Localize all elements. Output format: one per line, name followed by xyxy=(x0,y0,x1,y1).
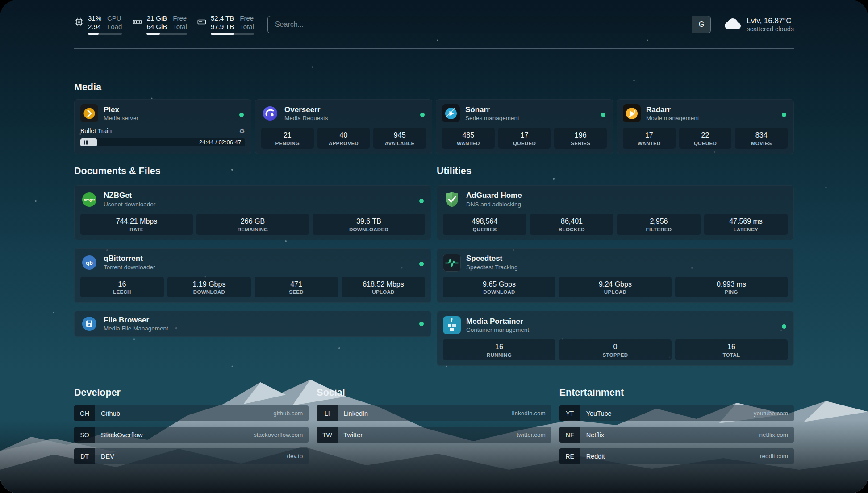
status-dot xyxy=(419,262,424,266)
bookmark-name: Github xyxy=(95,405,273,421)
settings-gear-icon[interactable]: ⚙ xyxy=(239,127,245,135)
bookmark-abbr: YT xyxy=(559,405,580,421)
bookmark-twitter[interactable]: TW Twitter twitter.com xyxy=(317,427,551,443)
stat-stopped: 0 STOPPED xyxy=(559,339,672,360)
service-link-sonarr[interactable]: Sonarr Series management xyxy=(442,104,607,122)
bookmark-group-title: Social xyxy=(317,387,551,399)
bookmark-reddit[interactable]: RE Reddit reddit.com xyxy=(559,448,794,464)
bookmark-url: reddit.com xyxy=(760,448,794,464)
plex-now-playing: Bullet Train xyxy=(80,127,112,134)
service-link-plex[interactable]: Plex Media server xyxy=(80,104,245,122)
bookmark-name: DEV xyxy=(95,448,287,464)
service-card-radarr: Radarr Movie management 17 WANTED 22 QUE… xyxy=(617,99,794,154)
stat-seed: 471 SEED xyxy=(255,277,338,298)
bookmark-name: LinkedIn xyxy=(338,405,512,421)
service-description: Torrent downloader xyxy=(104,263,155,272)
cpu-usage-value: 31% xyxy=(88,14,101,23)
plex-progress-time: 24:44 / 02:06:47 xyxy=(199,138,241,146)
weather-location: Lviv, 16.87°C xyxy=(747,16,794,25)
service-link-speedtest[interactable]: Speedtest Speedtest Tracking xyxy=(443,254,788,272)
cpu-progress-bar xyxy=(88,33,122,35)
cpu-chip-icon xyxy=(74,14,84,29)
service-card-sonarr: Sonarr Series management 485 WANTED 17 Q… xyxy=(436,99,613,154)
bookmark-name: StackOverflow xyxy=(95,427,254,443)
service-card-adguard: AdGuard Home DNS and adblocking 498,564 … xyxy=(437,185,794,240)
stat-leech: 16 LEECH xyxy=(80,277,164,298)
bookmark-abbr: SO xyxy=(74,427,95,443)
pause-icon[interactable] xyxy=(84,141,88,145)
weather-widget: Lviv, 16.87°C scattered clouds xyxy=(724,16,794,33)
stat-blocked: 86,401 BLOCKED xyxy=(530,214,613,235)
disk-progress-bar xyxy=(211,33,254,35)
cloud-icon xyxy=(724,17,741,32)
service-link-radarr[interactable]: Radarr Movie management xyxy=(623,104,788,122)
service-description: Speedtest Tracking xyxy=(466,263,518,272)
service-name: Overseerr xyxy=(284,105,328,114)
bookmark-dev[interactable]: DT DEV dev.to xyxy=(74,448,309,464)
media-group-title: Media xyxy=(74,82,794,93)
service-link-overseerr[interactable]: Overseerr Media Requests xyxy=(261,104,426,122)
service-link-qbittorrent[interactable]: qb qBittorrent Torrent downloader xyxy=(80,254,425,272)
stat-remaining: 266 GB REMAINING xyxy=(196,214,309,235)
filebrowser-icon xyxy=(80,315,98,333)
service-card-nzbget: nzbget NZBGet Usenet downloader 744. xyxy=(74,185,431,240)
svg-text:qb: qb xyxy=(86,259,93,266)
search-input[interactable] xyxy=(268,16,692,33)
bookmark-name: Netflix xyxy=(580,427,760,443)
documents-group: Documents & Files nzbget xyxy=(74,166,431,366)
memory-widget: 21 GiB 64 GiB Free Total xyxy=(132,14,187,35)
disk-free-label: Free xyxy=(240,14,254,23)
bookmark-youtube[interactable]: YT YouTube youtube.com xyxy=(559,405,794,421)
stat-pending: 21 PENDING xyxy=(261,128,314,149)
stat-total: 16 TOTAL xyxy=(675,339,788,360)
service-card-speedtest: Speedtest Speedtest Tracking 9.65 Gbps D… xyxy=(437,248,794,303)
service-link-nzbget[interactable]: nzbget NZBGet Usenet downloader xyxy=(80,191,425,209)
speedtest-icon xyxy=(443,254,461,272)
bookmark-url: netflix.com xyxy=(759,427,794,443)
bookmark-group-entertainment: Entertainment YT YouTube youtube.com NF … xyxy=(559,387,794,464)
plex-progress-bar[interactable]: 24:44 / 02:06:47 xyxy=(80,138,245,146)
service-description: DNS and adblocking xyxy=(466,201,522,209)
bookmark-url: youtube.com xyxy=(754,405,794,421)
bookmark-github[interactable]: GH Github github.com xyxy=(74,405,309,421)
disk-drive-icon xyxy=(197,14,207,29)
media-group: Media Plex Medi xyxy=(74,82,794,155)
search-provider-button[interactable]: G xyxy=(692,16,710,33)
bookmark-url: stackoverflow.com xyxy=(254,427,309,443)
disk-progress-fill xyxy=(211,33,234,35)
stat-rate: 744.21 Mbps RATE xyxy=(80,214,193,235)
bookmark-group-title: Developer xyxy=(74,387,309,399)
bookmark-url: github.com xyxy=(273,405,309,421)
service-card-overseerr: Overseerr Media Requests 21 PENDING 40 A… xyxy=(255,99,432,154)
stat-wanted: 485 WANTED xyxy=(442,128,495,149)
plex-progress-fill xyxy=(80,138,97,146)
stat-upload: 618.52 Mbps UPLOAD xyxy=(342,277,425,298)
disk-total-label: Total xyxy=(240,23,254,31)
service-name: Speedtest xyxy=(466,254,518,263)
dashboard-screen: 31% 2.94 CPU Load xyxy=(0,0,868,493)
service-description: Usenet downloader xyxy=(104,201,155,209)
memory-ram-icon xyxy=(132,14,142,29)
service-link-adguard[interactable]: AdGuard Home DNS and adblocking xyxy=(443,191,788,209)
service-card-qbittorrent: qb qBittorrent Torrent downloader 16 xyxy=(74,248,431,303)
plex-icon xyxy=(80,104,98,122)
service-link-filebrowser[interactable]: File Browser Media File Management xyxy=(80,315,425,333)
bookmark-abbr: GH xyxy=(74,405,95,421)
service-card-portainer: Media Portainer Container management 16 … xyxy=(437,311,794,366)
bookmark-stackoverflow[interactable]: SO StackOverflow stackoverflow.com xyxy=(74,427,309,443)
service-description: Movie management xyxy=(646,114,699,122)
bookmark-abbr: RE xyxy=(559,448,580,464)
cpu-load-label: Load xyxy=(107,23,122,31)
stat-download: 9.65 Gbps DOWNLOAD xyxy=(443,277,555,298)
stat-movies: 834 MOVIES xyxy=(735,128,788,149)
sonarr-icon xyxy=(442,104,460,122)
search-bar: G xyxy=(267,16,711,33)
utilities-group-title: Utilities xyxy=(437,166,794,177)
service-description: Container management xyxy=(466,326,529,334)
cpu-widget: 31% 2.94 CPU Load xyxy=(74,14,122,35)
topbar: 31% 2.94 CPU Load xyxy=(74,0,794,35)
service-link-portainer[interactable]: Media Portainer Container management xyxy=(443,316,788,334)
bookmark-linkedin[interactable]: LI LinkedIn linkedin.com xyxy=(317,405,551,421)
service-description: Media File Management xyxy=(104,325,168,333)
bookmark-netflix[interactable]: NF Netflix netflix.com xyxy=(559,427,794,443)
